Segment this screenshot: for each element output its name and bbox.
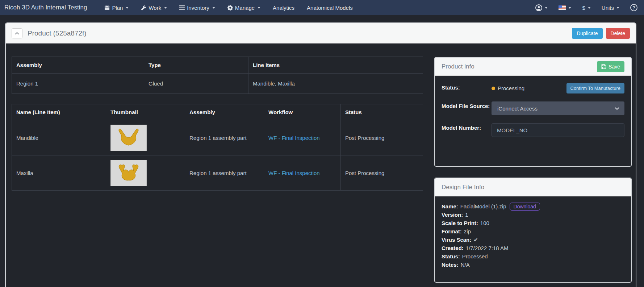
status-value: Processing <box>498 85 524 91</box>
user-menu[interactable] <box>535 4 548 11</box>
design-file-info-panel: Design File Info Name: FacialModel (1).z… <box>434 178 632 283</box>
header-actions: Duplicate Delete <box>572 28 630 39</box>
nav-work-label: Work <box>149 5 161 11</box>
product-info-header: Product info Save <box>435 58 631 76</box>
chevron-down-icon <box>164 7 167 9</box>
save-button[interactable]: Save <box>597 61 624 72</box>
page-title: Product (525a872f) <box>28 29 87 37</box>
assembly-cell: Region 1 <box>12 74 144 94</box>
currency-label: $ <box>582 5 585 11</box>
chevron-down-icon <box>616 7 619 9</box>
model-file-source-label: Model File Source: <box>442 101 492 110</box>
col-name: Name (Line Item) <box>12 104 106 120</box>
delete-button[interactable]: Delete <box>606 28 630 39</box>
model-number-row: Model Number: <box>442 123 624 137</box>
field-label: Version: <box>442 211 463 219</box>
field-value: 1 <box>465 211 468 219</box>
workflow-link[interactable]: WF - Final Inspection <box>268 135 320 141</box>
assembly-cell: Region 1 assembly part <box>185 155 264 191</box>
col-assembly: Assembly <box>185 104 264 120</box>
name-cell: Mandible <box>12 120 106 155</box>
chevron-down-icon <box>126 7 129 9</box>
col-assembly: Assembly <box>12 57 144 74</box>
duplicate-button[interactable]: Duplicate <box>572 28 602 39</box>
chevron-down-icon <box>568 7 571 9</box>
field-label: Scale to Print: <box>442 219 478 227</box>
field-value: 1/7/2022 7:18 AM <box>466 244 509 252</box>
maxilla-thumbnail[interactable] <box>110 160 147 186</box>
workflow-link[interactable]: WF - Final Inspection <box>268 170 320 176</box>
nav-inventory-label: Inventory <box>187 5 209 11</box>
line-items-cell: Mandible, Maxilla <box>248 74 423 94</box>
product-panel: Product (525a872f) Duplicate Delete Asse… <box>5 22 636 287</box>
app-title[interactable]: Ricoh 3D Auth Internal Testing <box>4 4 87 11</box>
status-row: Status: Processing Confirm To Manufactur… <box>442 83 624 93</box>
type-cell: Glued <box>144 74 248 94</box>
model-file-source-select[interactable]: iConnect Access <box>492 101 624 115</box>
col-line-items: Line Items <box>248 57 423 74</box>
field-value: 100 <box>480 219 489 227</box>
calendar-icon <box>104 5 110 11</box>
status-cell: Post Processing <box>341 120 423 155</box>
design-file-info-title: Design File Info <box>442 184 484 191</box>
tables-area: Assembly Type Line Items Region 1 Glued … <box>12 57 423 191</box>
checkmark-icon: ✔ <box>473 236 478 244</box>
gear-icon <box>227 5 233 11</box>
nav-inventory[interactable]: Inventory <box>179 5 215 11</box>
nav-manage[interactable]: Manage <box>227 5 260 11</box>
help-icon[interactable]: ? <box>630 4 637 11</box>
version-row: Version: 1 <box>442 211 624 219</box>
field-label: Name: <box>442 202 458 211</box>
col-workflow: Workflow <box>264 104 341 120</box>
collapse-button[interactable] <box>12 28 22 38</box>
product-info-body: Status: Processing Confirm To Manufactur… <box>435 76 631 152</box>
nav-plan[interactable]: Plan <box>104 5 129 11</box>
chevron-down-icon <box>615 107 619 110</box>
assembly-cell: Region 1 assembly part <box>185 120 264 155</box>
language-menu[interactable] <box>559 5 571 10</box>
download-button[interactable]: Download <box>510 203 540 211</box>
assembly-table: Assembly Type Line Items Region 1 Glued … <box>12 57 423 94</box>
col-status: Status <box>341 104 423 120</box>
chevron-down-icon <box>212 7 215 9</box>
field-label: Virus Scan: <box>442 236 471 244</box>
line-items-header-row: Name (Line Item) Thumbnail Assembly Work… <box>12 104 423 120</box>
model-file-source-row: Model File Source: iConnect Access <box>442 101 624 115</box>
units-menu[interactable]: Units <box>602 5 619 11</box>
nav-work[interactable]: Work <box>141 5 167 11</box>
field-label: Status: <box>442 252 460 261</box>
thumbnail-cell <box>106 120 185 155</box>
product-info-title: Product info <box>442 63 474 70</box>
table-row: Region 1 Glued Mandible, Maxilla <box>12 74 423 94</box>
name-cell: Maxilla <box>12 155 106 191</box>
status-row: Status: Processed <box>442 252 624 261</box>
confirm-to-manufacture-button[interactable]: Confirm To Manufacture <box>566 83 625 93</box>
currency-menu[interactable]: $ <box>582 5 590 11</box>
top-navbar: Ricoh 3D Auth Internal Testing Plan Work… <box>0 0 644 15</box>
model-number-input[interactable] <box>492 123 624 137</box>
workflow-cell: WF - Final Inspection <box>264 155 341 191</box>
field-value: Processed <box>462 252 488 261</box>
nav-analytics[interactable]: Analytics <box>273 5 294 11</box>
units-label: Units <box>602 5 614 11</box>
created-row: Created: 1/7/2022 7:18 AM <box>442 244 624 252</box>
table-row-mandible: Mandible Region 1 assembly part WF - Fin… <box>12 120 423 155</box>
table-row-maxilla: Maxilla Region 1 assembly part WF - Fina… <box>12 155 423 191</box>
field-label: Format: <box>442 227 462 236</box>
thumbnail-cell <box>106 155 185 191</box>
product-info-panel: Product info Save Status: Processing Con… <box>434 57 632 167</box>
notes-row: Notes: N/A <box>442 261 624 269</box>
col-thumbnail: Thumbnail <box>106 104 185 120</box>
field-value: zip <box>464 227 471 236</box>
file-name-row: Name: FacialModel (1).zip Download <box>442 202 624 211</box>
format-row: Format: zip <box>442 227 624 236</box>
field-label: Created: <box>442 244 464 252</box>
mandible-thumbnail[interactable] <box>110 125 147 151</box>
field-value: FacialModel (1).zip <box>460 202 506 211</box>
chevron-down-icon <box>588 7 591 9</box>
nav-anatomical-models-label: Anatomical Models <box>307 5 353 11</box>
wrench-icon <box>141 5 146 11</box>
nav-anatomical-models[interactable]: Anatomical Models <box>307 5 353 11</box>
field-value: N/A <box>461 261 470 269</box>
maxilla-model-icon <box>113 162 144 184</box>
